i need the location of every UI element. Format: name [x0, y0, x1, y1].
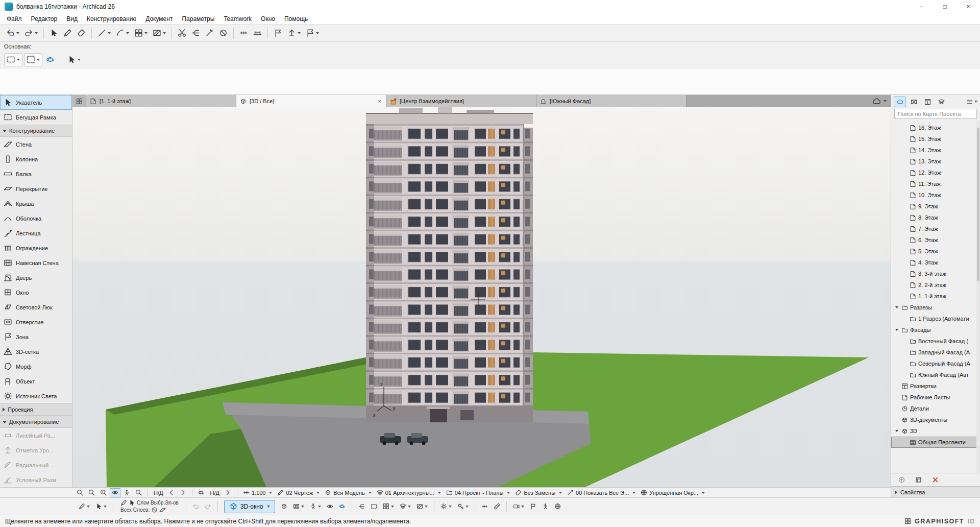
tool-roof[interactable]: Крыша [0, 196, 72, 211]
quickbar-zoom-button[interactable] [133, 488, 144, 497]
navigator-mode-layers-button[interactable] [935, 97, 947, 107]
tool-object[interactable]: Объект [0, 374, 72, 389]
tree-item-16[interactable]: Разрезы [891, 302, 980, 313]
tab-1[interactable]: [3D / Все]× [236, 95, 386, 107]
bottombar-redo-button[interactable] [203, 500, 213, 513]
menu-item-2[interactable]: Вид [62, 13, 82, 24]
bottombar-eye-button[interactable] [325, 500, 335, 513]
navigator-scrollbar[interactable] [976, 121, 980, 473]
toolbar-undo-button[interactable] [4, 27, 21, 40]
toolbox-section-2[interactable]: Конструирование [0, 125, 72, 137]
tree-item-8[interactable]: 8. Этаж [891, 212, 980, 223]
close-button[interactable]: × [957, 0, 980, 13]
toolbar-zone-button[interactable] [304, 27, 321, 40]
quickbar-brush-button[interactable]: Без Замены [513, 488, 564, 497]
tool-beam[interactable]: Балка [0, 166, 72, 181]
tab-0[interactable]: [1. 1-й этаж] [86, 95, 236, 107]
chevron-down-icon[interactable] [894, 329, 899, 331]
tool-dimlev[interactable]: Отметка Уро... [0, 443, 72, 458]
quickbar-arrowR-button[interactable] [178, 488, 188, 497]
tree-item-4[interactable]: 12. Этаж [891, 167, 980, 178]
tool-door[interactable]: Дверь [0, 270, 72, 285]
toolbar-wand-button[interactable] [203, 27, 216, 40]
quickbar-zoom-button[interactable] [86, 488, 97, 497]
menu-item-4[interactable]: Документ [141, 13, 177, 24]
menu-item-3[interactable]: Конструирование [82, 13, 141, 24]
tree-item-0[interactable]: 16. Этаж [891, 122, 980, 133]
tab-2[interactable]: [Центр Взаимодействия] [386, 95, 536, 107]
bottombar-walk-button[interactable] [308, 500, 323, 513]
view-mode-3d-window-button[interactable]: 3D-окно [224, 500, 276, 513]
navigator-settings-button[interactable] [913, 473, 924, 487]
layers-quick-widget[interactable]: Слои Выбр.Эл-овВсех Слоев: [120, 499, 179, 513]
tree-item-14[interactable]: 2. 2-й этаж [891, 279, 980, 291]
tool-skylight[interactable]: Световой Люк [0, 300, 72, 315]
toolbar-dimlev-button[interactable] [285, 27, 303, 40]
quickbar-arrowL-button[interactable] [166, 488, 177, 497]
navigator-xred-button[interactable] [930, 473, 941, 487]
tree-item-2[interactable]: 14. Этаж [891, 145, 980, 156]
tree-item-28[interactable]: Общая Перспекти [891, 437, 980, 448]
tree-item-27[interactable]: 3D [891, 425, 980, 437]
quickbar-folder-button[interactable]: 04 Проект - Планы [444, 488, 512, 497]
toolbar-flag-button[interactable] [272, 27, 284, 40]
tree-item-1[interactable]: 15. Этаж [891, 133, 980, 145]
bottombar-undo-button[interactable] [190, 500, 201, 513]
toolbar-cutplane-button[interactable] [189, 27, 202, 40]
menu-item-6[interactable]: Teamwork [219, 13, 256, 24]
tree-item-15[interactable]: 1. 1-й этаж [891, 291, 980, 302]
tab-overview-button[interactable] [72, 95, 86, 107]
properties-panel-header[interactable]: Свойства [891, 486, 980, 497]
quickbar-orbit-button[interactable] [196, 488, 207, 497]
bottombar-pointer-button[interactable] [93, 500, 109, 513]
quickbar-item-button[interactable]: Н/Д [152, 488, 165, 497]
tool-railing[interactable]: Ограждение [0, 241, 72, 255]
tab-close-icon[interactable]: × [377, 98, 382, 104]
navigator-plus-button[interactable] [896, 473, 907, 487]
tree-item-26[interactable]: 3D-документы [891, 414, 980, 425]
viewport-3d[interactable]: z y x [72, 107, 891, 487]
quickbar-zoomin-button[interactable] [98, 488, 109, 497]
toolbar-nosign-button[interactable] [217, 27, 230, 40]
bottombar-camera-button[interactable] [511, 500, 526, 513]
tool-zone[interactable]: Зона [0, 329, 72, 344]
tree-item-5[interactable]: 11. Этаж [891, 178, 980, 189]
bottombar-orbit-button[interactable] [337, 500, 348, 513]
quickbar-layers-button[interactable]: 01 Архитектурны... [375, 488, 443, 497]
tool-marquee[interactable]: Бегущая Рамка [0, 110, 72, 125]
tree-item-17[interactable]: 1 Разрез (Автомати [891, 313, 980, 324]
toolbox-section-22[interactable]: Документирование [0, 416, 72, 428]
cloud-icon[interactable] [872, 97, 881, 106]
bottombar-cutplane-button[interactable] [356, 500, 367, 513]
bottombar-walk-button[interactable] [540, 500, 551, 513]
tool-pointer[interactable]: Указатель [0, 95, 72, 110]
chevron-down-icon[interactable] [894, 306, 899, 308]
quickbar-box3d-button[interactable]: Вся Модель [323, 488, 373, 497]
menu-item-8[interactable]: Помощь [280, 13, 312, 24]
bottombar-sunshadow-button[interactable] [455, 500, 471, 513]
infobox-pointer-button[interactable] [65, 53, 83, 66]
toolbar-dimlin-button[interactable] [251, 27, 264, 40]
toolbar-arc-button[interactable] [114, 27, 131, 40]
infobox-marquee2-button[interactable] [24, 53, 42, 66]
tool-dimlin[interactable]: Линейный Ра... [0, 428, 72, 443]
menu-item-1[interactable]: Редактор [27, 13, 62, 24]
bottombar-pen-button[interactable] [77, 500, 92, 513]
bottombar-hatch-button[interactable] [414, 500, 430, 513]
toolbar-hatch-button[interactable] [151, 27, 168, 40]
project-map-search-input[interactable] [894, 109, 977, 119]
navigator-mode-cloud-button[interactable] [894, 97, 906, 107]
toolbar-redo-button[interactable] [22, 27, 40, 40]
toolbar-line-button[interactable] [95, 27, 113, 40]
toolbox-section-21[interactable]: Проекция [0, 403, 72, 416]
tree-item-25[interactable]: Детали [891, 403, 980, 414]
tree-item-7[interactable]: 9. Этаж [891, 201, 980, 212]
tree-item-23[interactable]: Развертки [891, 380, 980, 392]
tool-curtain[interactable]: Навесная Стена [0, 255, 72, 270]
bottombar-flag-button[interactable] [528, 500, 538, 513]
quickbar-pen-button[interactable]: 02 Чертеж [275, 488, 322, 497]
toolbar-measure-button[interactable] [237, 27, 250, 40]
building-model[interactable] [366, 107, 533, 422]
menu-item-7[interactable]: Окно [256, 13, 280, 24]
bottombar-persp-button[interactable] [291, 500, 306, 513]
